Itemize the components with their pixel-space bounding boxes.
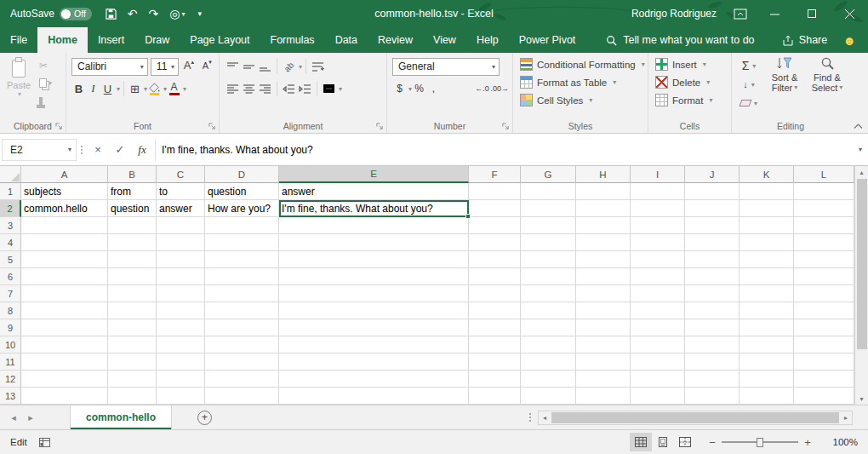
- cell-B2[interactable]: question: [108, 200, 157, 217]
- cell-K10[interactable]: [740, 336, 794, 353]
- cell-C13[interactable]: [157, 388, 205, 405]
- cell-D10[interactable]: [205, 336, 279, 353]
- cell-J12[interactable]: [685, 371, 740, 388]
- cell-J10[interactable]: [685, 336, 740, 353]
- row-header-7[interactable]: 7: [0, 285, 21, 302]
- increase-decimal-button[interactable]: ←.0: [473, 80, 490, 97]
- dialog-launcher-icon[interactable]: [55, 123, 63, 130]
- row-header-1[interactable]: 1: [0, 183, 21, 200]
- ribbon-tab-review[interactable]: Review: [368, 27, 423, 53]
- maximize-button[interactable]: [793, 0, 831, 27]
- user-name[interactable]: Rodrigo Rodriguez: [631, 8, 717, 20]
- column-header-J[interactable]: J: [685, 166, 740, 183]
- cell-I11[interactable]: [631, 353, 685, 371]
- cell-K11[interactable]: [740, 353, 794, 371]
- cell-F2[interactable]: [469, 200, 521, 217]
- clear-button[interactable]: ▾: [735, 95, 762, 112]
- cell-B4[interactable]: [108, 234, 157, 251]
- cell-G1[interactable]: [521, 183, 576, 200]
- cell-D1[interactable]: question: [205, 183, 279, 200]
- cell-styles-button[interactable]: Cell Styles▾: [520, 91, 646, 109]
- row-header-8[interactable]: 8: [0, 302, 21, 319]
- cell-C8[interactable]: [157, 302, 205, 319]
- bold-button[interactable]: B: [71, 80, 86, 97]
- borders-button[interactable]: ⊞: [128, 80, 142, 97]
- cell-C6[interactable]: [157, 268, 205, 285]
- cell-D8[interactable]: [205, 302, 279, 319]
- cell-B13[interactable]: [108, 388, 157, 405]
- cell-H9[interactable]: [576, 319, 631, 336]
- cell-K1[interactable]: [740, 183, 794, 200]
- cell-E11[interactable]: [279, 353, 469, 371]
- cell-A7[interactable]: [21, 285, 108, 302]
- cell-A6[interactable]: [21, 268, 108, 285]
- cell-D9[interactable]: [205, 319, 279, 336]
- font-size-select[interactable]: 11 ▾: [151, 58, 179, 76]
- vertical-scrollbar-thumb[interactable]: [857, 179, 867, 349]
- italic-button[interactable]: I: [86, 80, 100, 97]
- cell-G8[interactable]: [521, 302, 576, 319]
- cell-A9[interactable]: [21, 319, 108, 336]
- tell-me-box[interactable]: Tell me what you want to do: [606, 27, 754, 53]
- cell-B11[interactable]: [108, 353, 157, 371]
- zoom-level[interactable]: 100%: [820, 437, 858, 447]
- cell-G13[interactable]: [521, 388, 576, 405]
- cell-L1[interactable]: [794, 183, 854, 200]
- cell-B9[interactable]: [108, 319, 157, 336]
- customize-quick-access-button[interactable]: ▾: [197, 9, 203, 18]
- scroll-left-icon[interactable]: ◂: [539, 411, 551, 424]
- cell-J1[interactable]: [685, 183, 740, 200]
- cell-K5[interactable]: [740, 251, 794, 268]
- collapse-ribbon-button[interactable]: [854, 124, 863, 129]
- cell-B6[interactable]: [108, 268, 157, 285]
- cell-D5[interactable]: [205, 251, 279, 268]
- cell-G12[interactable]: [521, 371, 576, 388]
- column-header-H[interactable]: H: [576, 166, 631, 183]
- cell-H8[interactable]: [576, 302, 631, 319]
- expand-formula-bar-icon[interactable]: ▾: [859, 146, 862, 153]
- cell-I9[interactable]: [631, 319, 685, 336]
- cell-H2[interactable]: [576, 200, 631, 217]
- cell-K6[interactable]: [740, 268, 794, 285]
- column-header-K[interactable]: K: [740, 166, 794, 183]
- ribbon-tab-power-pivot[interactable]: Power Pivot: [509, 27, 586, 53]
- number-format-select[interactable]: General ▾: [392, 58, 500, 76]
- cell-A5[interactable]: [21, 251, 108, 268]
- column-header-D[interactable]: D: [205, 166, 279, 183]
- cell-C9[interactable]: [157, 319, 205, 336]
- horizontal-scrollbar-thumb[interactable]: [551, 412, 839, 423]
- cell-E4[interactable]: [279, 234, 469, 251]
- cell-L3[interactable]: [794, 217, 854, 234]
- decrease-indent-button[interactable]: [281, 80, 297, 97]
- cell-F11[interactable]: [469, 353, 521, 371]
- cell-G3[interactable]: [521, 217, 576, 234]
- cell-C4[interactable]: [157, 234, 205, 251]
- cell-F5[interactable]: [469, 251, 521, 268]
- wrap-text-button[interactable]: [310, 58, 326, 75]
- close-button[interactable]: [831, 0, 868, 27]
- fill-handle[interactable]: [465, 214, 471, 219]
- zoom-slider-thumb[interactable]: [757, 438, 763, 447]
- cell-K4[interactable]: [740, 234, 794, 251]
- cell-A13[interactable]: [21, 388, 108, 405]
- dialog-launcher-icon[interactable]: [502, 123, 510, 130]
- cell-L2[interactable]: [794, 200, 854, 217]
- find-select-button[interactable]: Find & Select▾: [807, 56, 848, 118]
- scroll-right-icon[interactable]: ▸: [840, 411, 852, 424]
- ribbon-tab-formulas[interactable]: Formulas: [260, 27, 325, 53]
- autosum-button[interactable]: Σ▾: [735, 57, 762, 74]
- cell-I6[interactable]: [631, 268, 685, 285]
- bottom-align-button[interactable]: [257, 58, 273, 75]
- cell-G6[interactable]: [521, 268, 576, 285]
- row-header-10[interactable]: 10: [0, 336, 21, 353]
- enter-button[interactable]: ✓: [109, 143, 131, 156]
- cell-J7[interactable]: [685, 285, 740, 302]
- cell-K7[interactable]: [740, 285, 794, 302]
- page-break-view-button[interactable]: [674, 433, 696, 451]
- autosave-control[interactable]: AutoSave Off: [10, 8, 92, 20]
- row-header-13[interactable]: 13: [0, 388, 21, 405]
- column-header-C[interactable]: C: [157, 166, 205, 183]
- increase-indent-button[interactable]: [297, 80, 313, 97]
- zoom-slider[interactable]: [722, 434, 798, 450]
- zoom-in-button[interactable]: +: [798, 436, 817, 449]
